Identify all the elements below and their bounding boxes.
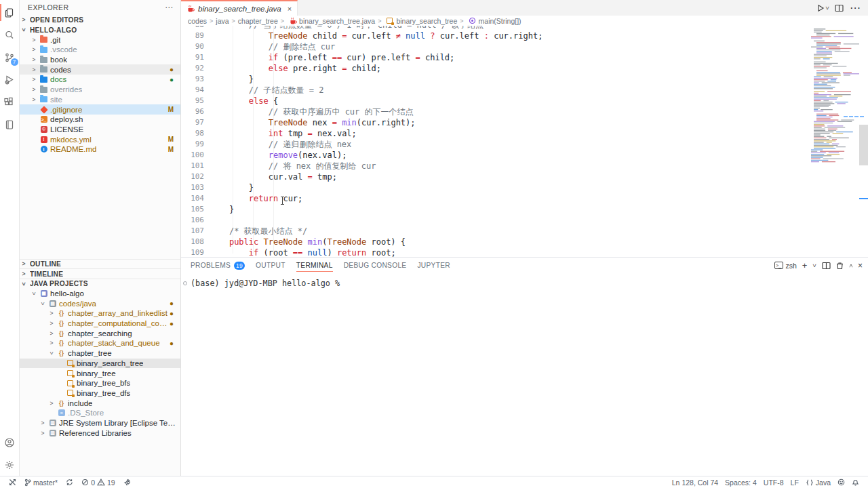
chevron-right-icon[interactable]: >: [47, 310, 56, 317]
project-ds-store[interactable]: ≡.DS_Store: [20, 408, 180, 418]
sync-button[interactable]: [62, 476, 77, 488]
activitybar-explorer[interactable]: [0, 1, 20, 24]
scrollbar-thumb[interactable]: [859, 125, 868, 165]
editor-scrollbar[interactable]: [859, 26, 868, 257]
panel-tab-jupyter[interactable]: JUPYTER: [417, 258, 450, 273]
notifications-bell-icon[interactable]: [848, 479, 863, 486]
outline-section[interactable]: > OUTLINE: [20, 259, 180, 269]
minimap[interactable]: [806, 26, 859, 169]
encoding[interactable]: UTF-8: [760, 479, 787, 487]
problems-status[interactable]: 0 19: [78, 476, 119, 488]
breadcrumb-binary-search-tree[interactable]: binary_search_tree: [384, 16, 457, 25]
activitybar-account[interactable]: [0, 431, 20, 453]
chevron-right-icon[interactable]: >: [39, 430, 47, 436]
file-git[interactable]: >.git: [20, 35, 180, 45]
java-lightweight-mode[interactable]: [120, 476, 134, 488]
project-chapter-computational-complexity[interactable]: >{}chapter_computational_complexity●: [20, 319, 180, 329]
file-book[interactable]: >book: [20, 55, 180, 65]
project-chapter-tree[interactable]: >{}chapter_tree: [20, 348, 180, 359]
code-editor[interactable]: 88// 当子结点数量 = 0 / 1 时， child = null / 该子…: [181, 26, 868, 257]
run-button[interactable]: >: [816, 4, 829, 12]
project-chapter-searching[interactable]: >{}chapter_searching: [20, 328, 180, 338]
file-gitignore[interactable]: .gitignoreM: [20, 104, 180, 115]
project-binary-tree-dfs[interactable]: binary_tree_dfs: [20, 388, 180, 399]
activitybar-settings[interactable]: [0, 453, 20, 476]
close-icon[interactable]: ×: [288, 5, 292, 13]
breadcrumb-java[interactable]: java: [216, 17, 229, 25]
chevron-right-icon[interactable]: >: [39, 420, 47, 426]
activitybar-run-debug[interactable]: [0, 68, 20, 91]
chevron-right-icon[interactable]: >: [30, 76, 38, 83]
tab-binary-search-tree[interactable]: binary_search_tree.java ×: [181, 0, 298, 16]
launch-profile-button[interactable]: >_ zsh: [774, 262, 797, 270]
split-terminal-icon[interactable]: [822, 262, 831, 270]
project-chapter-stack-and-queue[interactable]: >{}chapter_stack_and_queue●: [20, 338, 180, 348]
java-projects-section[interactable]: > JAVA PROJECTS: [20, 279, 180, 289]
timeline-section[interactable]: > TIMELINE: [20, 268, 180, 279]
project-binary-tree-bfs[interactable]: binary_tree_bfs: [20, 378, 180, 388]
panel-tab-output[interactable]: OUTPUT: [256, 258, 285, 273]
open-editors-section[interactable]: > OPEN EDITORS: [20, 15, 180, 25]
panel-tab-debug-console[interactable]: DEBUG CONSOLE: [344, 258, 407, 273]
split-editor-icon[interactable]: [835, 4, 844, 12]
file-license[interactable]: ©LICENSE: [20, 125, 180, 135]
activitybar-source-control[interactable]: 7: [0, 46, 20, 68]
file-docs[interactable]: >docs●: [20, 75, 180, 85]
breadcrumb-codes[interactable]: codes: [188, 17, 207, 25]
terminal-output[interactable]: (base) jyd@JYD-MBP hello-algo %: [181, 273, 868, 476]
chevron-right-icon[interactable]: >: [30, 86, 38, 93]
chevron-right-icon[interactable]: >: [47, 400, 56, 407]
project-hello-algo[interactable]: >▦hello-algo: [20, 289, 180, 299]
breadcrumb-chapter-tree[interactable]: chapter_tree: [238, 17, 278, 25]
file-overrides[interactable]: >overrides: [20, 85, 180, 95]
chevron-down-icon[interactable]: >: [31, 289, 37, 298]
activitybar-search[interactable]: [0, 24, 20, 46]
file-site[interactable]: >site: [20, 95, 180, 105]
kill-terminal-icon[interactable]: [836, 262, 844, 270]
project-binary-tree[interactable]: binary_tree: [20, 368, 180, 378]
new-terminal-button[interactable]: +: [802, 260, 808, 270]
item-label: JRE System Library [Eclipse Temurin 17 […: [59, 419, 178, 427]
more-actions-icon[interactable]: ⋯: [165, 3, 174, 12]
chevron-right-icon[interactable]: >: [47, 340, 56, 346]
chevron-right-icon[interactable]: >: [30, 56, 38, 63]
chevron-right-icon[interactable]: >: [30, 37, 38, 43]
file-deploy-sh[interactable]: >_deploy.sh: [20, 115, 180, 125]
project-codes-java[interactable]: >▤codes/java●: [20, 298, 180, 308]
root-folder-hello-algo[interactable]: > HELLO-ALGO: [20, 25, 180, 35]
chevron-right-icon[interactable]: >: [47, 330, 56, 337]
activitybar-extensions[interactable]: [0, 91, 20, 113]
cursor-position[interactable]: Ln 128, Col 74: [669, 479, 722, 487]
git-branch-status[interactable]: master*: [21, 476, 61, 488]
breadcrumb-main-string[interactable]: main(String[]): [467, 16, 521, 25]
indentation[interactable]: Spaces: 4: [722, 479, 760, 487]
remote-indicator[interactable]: [5, 476, 20, 488]
language-mode[interactable]: Java: [802, 479, 834, 487]
chevron-down-icon[interactable]: >: [39, 300, 46, 308]
chevron-right-icon[interactable]: >: [47, 320, 56, 327]
chevron-right-icon[interactable]: >: [30, 46, 38, 53]
eol-sequence[interactable]: LF: [787, 479, 802, 487]
feedback-smiley-icon[interactable]: [834, 479, 848, 486]
project-jre-system-library-eclipse-temurin-17-17[interactable]: >▥JRE System Library [Eclipse Temurin 17…: [20, 418, 180, 428]
run-dropdown-icon[interactable]: >: [823, 6, 830, 9]
project-referenced-libraries[interactable]: >▥Referenced Libraries: [20, 428, 180, 438]
chevron-right-icon[interactable]: >: [30, 66, 38, 73]
panel-tab-problems[interactable]: PROBLEMS19: [191, 258, 245, 273]
chevron-down-icon[interactable]: >: [48, 349, 55, 357]
breadcrumb-binary-search-tree-java[interactable]: binary_search_tree.java: [287, 16, 375, 25]
close-panel-icon[interactable]: ×: [858, 261, 863, 270]
editor-more-actions-icon[interactable]: ⋯: [850, 1, 861, 14]
project-chapter-array-and-linkedlist[interactable]: >{}chapter_array_and_linkedlist●: [20, 308, 180, 319]
terminal-dropdown-icon[interactable]: >: [811, 264, 818, 267]
project-include[interactable]: >{}include: [20, 398, 180, 408]
project-binary-search-tree[interactable]: binary_search_tree: [20, 359, 180, 369]
file-codes[interactable]: >codes●: [20, 64, 180, 75]
chevron-right-icon[interactable]: >: [30, 96, 38, 103]
file-readme-md[interactable]: iREADME.mdM: [20, 144, 180, 155]
maximize-panel-icon[interactable]: >: [847, 264, 854, 267]
file-vscode[interactable]: >.vscode: [20, 45, 180, 55]
file-mkdocs-yml[interactable]: !mkdocs.ymlM: [20, 134, 180, 144]
panel-tab-terminal[interactable]: TERMINAL: [296, 258, 333, 273]
activitybar-notebook[interactable]: [0, 113, 20, 136]
